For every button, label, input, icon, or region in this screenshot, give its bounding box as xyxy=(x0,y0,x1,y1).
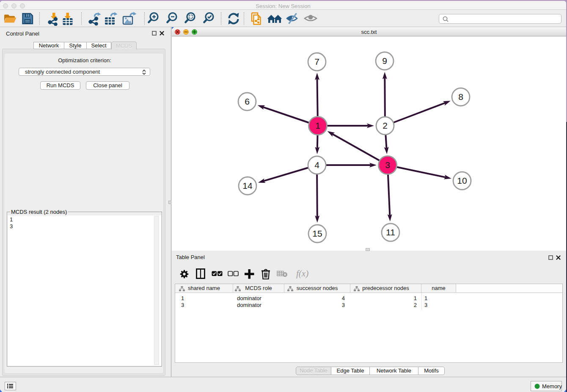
svg-text:6: 6 xyxy=(245,97,250,106)
svg-text:10: 10 xyxy=(457,176,467,185)
svg-text:1: 1 xyxy=(315,121,320,130)
svg-text:15: 15 xyxy=(312,229,322,238)
svg-text:4: 4 xyxy=(314,160,319,170)
svg-text:9: 9 xyxy=(382,56,387,66)
svg-text:8: 8 xyxy=(458,92,463,102)
svg-text:14: 14 xyxy=(242,181,253,190)
svg-text:3: 3 xyxy=(385,160,390,170)
svg-text:2: 2 xyxy=(383,121,388,130)
svg-text:7: 7 xyxy=(314,57,319,66)
svg-text:11: 11 xyxy=(386,227,395,237)
